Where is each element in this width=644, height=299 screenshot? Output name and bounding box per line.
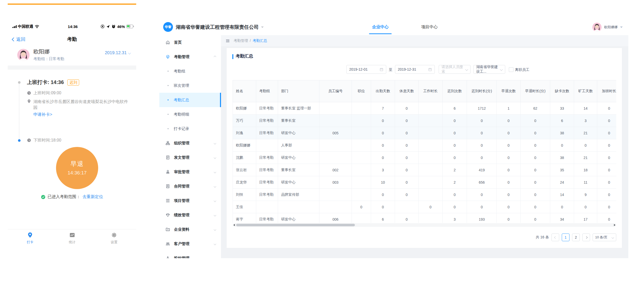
sidebar-subitem-4[interactable]: 打卡记录 <box>159 122 221 136</box>
date-selector[interactable]: 2019.12.31 <box>105 50 131 55</box>
cell: 0 <box>395 102 419 115</box>
punch-status: 早退 <box>56 160 98 168</box>
sidebar-subitem-0[interactable]: 考勤组 <box>159 64 221 78</box>
page-size-select[interactable]: 10 条/页 <box>593 233 616 241</box>
department-select[interactable]: 湖南省华誉建设工... <box>473 65 505 74</box>
cell: 欧阳娜娜 <box>233 139 256 152</box>
column-header: 员工编号 <box>319 80 352 102</box>
resigned-label: 离职员工 <box>515 65 529 74</box>
sidebar-subitem-2[interactable]: 考勤汇总 <box>159 93 221 107</box>
relocate-link[interactable]: 去重新定位 <box>82 194 103 200</box>
resigned-checkbox[interactable] <box>509 67 513 72</box>
cell <box>419 189 443 201</box>
attendance-group: 考勤组：日常考勤 <box>33 57 64 61</box>
cell: 0 <box>371 152 395 164</box>
cell: 002 <box>319 164 352 176</box>
cell: 0 <box>597 152 616 164</box>
total-count: 共 16 条 <box>536 235 549 240</box>
phone-status-bar: 中国联通 14:36 <box>12 23 133 30</box>
table-row: 王佳0000000000 <box>233 201 617 213</box>
next-page-button[interactable] <box>582 233 590 241</box>
checkin-row: 上班打卡: 14:36 迟到 <box>27 79 79 86</box>
column-header: 早退时长(分) <box>520 80 550 102</box>
cell <box>419 152 443 164</box>
chevron-down-icon <box>465 68 468 71</box>
breadcrumb-current[interactable]: 考勤汇总 <box>253 39 267 43</box>
profile-card: 欧阳娜 考勤组：日常考勤 2019.12.31 <box>8 47 136 66</box>
cell: 3 <box>442 213 467 223</box>
breadcrumb-parent[interactable]: 考勤管理 <box>234 39 248 43</box>
cell: 0 <box>395 127 419 139</box>
sidebar-subitem-3[interactable]: 考勤明细 <box>159 107 221 122</box>
date-from-input[interactable]: 2019-12-01 <box>346 65 386 74</box>
cell: 62 <box>520 102 550 115</box>
page-button-1[interactable]: 1 <box>562 233 569 241</box>
cell: 11 <box>574 176 597 189</box>
cell: 0 <box>442 115 467 127</box>
sidebar-item-9[interactable]: 客户管理 <box>159 237 221 251</box>
horizontal-scrollbar[interactable] <box>233 223 616 227</box>
page-buttons: 12 <box>551 233 590 241</box>
sidebar-item-7[interactable]: 绩效管理 <box>159 208 221 222</box>
sidebar-item-2[interactable]: 组织管理 <box>159 136 221 150</box>
date-to-input[interactable]: 2019-12-31 <box>395 65 435 74</box>
sidebar-subitem-1[interactable]: 班次管理 <box>159 78 221 93</box>
header-tab-0[interactable]: 企业中心 <box>372 19 389 35</box>
prev-page-button[interactable] <box>551 233 559 241</box>
sidebar-item-6[interactable]: 项目管理 <box>159 193 221 208</box>
column-header: 部门 <box>278 80 319 102</box>
sidebar-item-8[interactable]: 企业资料 <box>159 222 221 237</box>
sidebar-item-4[interactable]: 审批管理 <box>159 165 221 179</box>
cell <box>319 201 352 213</box>
scrollbar-thumb[interactable] <box>236 224 355 226</box>
reapply-card-link[interactable]: 申请补卡> <box>33 112 52 117</box>
collapse-sidebar-icon[interactable] <box>225 39 230 43</box>
phone-tab-1[interactable]: 统计 <box>57 232 88 245</box>
alarm-icon <box>112 24 116 29</box>
page-button-2[interactable]: 2 <box>572 233 580 241</box>
punch-time: 14:36:17 <box>56 170 98 176</box>
work-start-row: 上班时间:09:00 <box>27 90 61 96</box>
user-menu[interactable]: 欧阳娜娜 <box>592 19 623 35</box>
header-tab-1[interactable]: 项目中心 <box>421 19 438 35</box>
cell: 0 <box>497 115 521 127</box>
company-switcher[interactable]: 湖南省华誉建设工程管理有限责任公司 <box>176 19 264 35</box>
cell: 欧阳娜 <box>233 102 256 115</box>
cell: 21 <box>574 127 597 139</box>
contract-icon <box>165 184 170 189</box>
cell: 0 <box>371 115 395 127</box>
phone-tab-2[interactable]: 设置 <box>99 232 130 245</box>
cell: 7 <box>371 102 395 115</box>
chevron-down-icon <box>214 142 216 144</box>
sidebar-item-0[interactable]: 首页 <box>159 35 221 50</box>
cell: 蒋宇 <box>233 213 256 223</box>
attendance-icon <box>165 54 170 59</box>
cell: 0 <box>597 176 616 189</box>
project-icon <box>165 198 170 203</box>
sidebar-item-3[interactable]: 发文管理 <box>159 150 221 165</box>
punch-button[interactable]: 早退 14:36:17 <box>56 147 98 189</box>
work-end-row: 下班时间:18:00 <box>27 138 61 143</box>
cell: 0 <box>520 189 550 201</box>
cell: 0 <box>550 201 574 213</box>
scroll-right-arrow-icon[interactable] <box>614 224 615 226</box>
cell: 6 <box>442 102 467 115</box>
scroll-left-arrow-icon[interactable] <box>233 224 235 226</box>
cell: 0 <box>497 213 521 223</box>
cell: 0 <box>442 189 467 201</box>
wifi-icon <box>35 25 39 28</box>
cell: 0 <box>597 139 616 152</box>
cell: 38 <box>550 127 574 139</box>
cell <box>319 139 352 152</box>
phone-tab-0[interactable]: 打卡 <box>15 232 45 245</box>
sidebar-item-10[interactable]: 投标管理 <box>159 251 221 258</box>
sidebar-item-1[interactable]: 考勤管理 <box>159 50 221 64</box>
phone-tabbar: 打卡统计设置 <box>8 229 136 246</box>
cell: 6 <box>550 115 574 127</box>
person-search-select[interactable]: 请选择人员搜索 <box>439 65 471 74</box>
sidebar-item-5[interactable]: 合同管理 <box>159 179 221 193</box>
cell: 3 <box>574 115 597 127</box>
cell: 2 <box>442 164 467 176</box>
cell <box>352 115 371 127</box>
column-header: 迟到时长(分) <box>467 80 497 102</box>
